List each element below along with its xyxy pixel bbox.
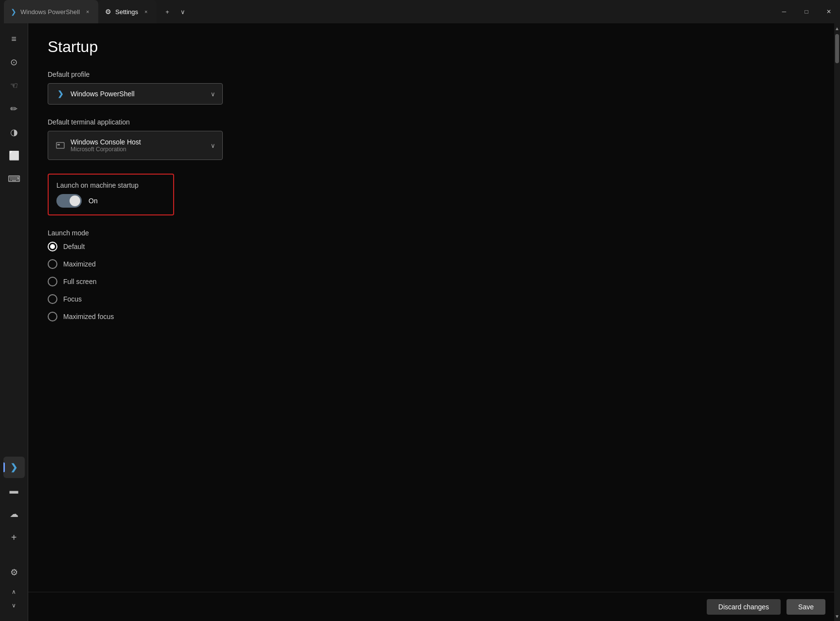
svg-rect-0 [56, 142, 64, 148]
radio-focus-circle [48, 294, 57, 304]
sidebar-item-pane[interactable]: ⬜ [3, 145, 25, 166]
hamburger-icon: ≡ [11, 34, 17, 44]
radio-maximized[interactable]: Maximized [48, 259, 821, 269]
default-profile-value: Windows PowerShell [71, 90, 206, 98]
toggle-row: On [56, 194, 165, 208]
footer: Discard changes Save [28, 592, 840, 621]
toggle-knob [70, 195, 80, 206]
maximize-button[interactable]: □ [795, 0, 818, 23]
chevron-down-icon: ∨ [12, 602, 16, 609]
sidebar-item-powershell[interactable]: ❯ [3, 457, 25, 478]
scrollbar[interactable]: ▲ ▼ [834, 23, 840, 621]
sidebar-menu-icon[interactable]: ≡ [3, 28, 25, 50]
launch-startup-highlight-box: Launch on machine startup On [48, 174, 174, 215]
add-icon: + [11, 532, 17, 543]
sidebar-item-profile[interactable]: ⊙ [3, 52, 25, 73]
default-profile-label: Default profile [48, 71, 821, 78]
chevron-up-icon: ∧ [12, 588, 16, 595]
powershell-dropdown-icon: ❯ [55, 89, 66, 99]
cloud-icon: ☁ [10, 509, 18, 519]
radio-maximized-circle [48, 259, 57, 269]
radio-focus[interactable]: Focus [48, 294, 821, 304]
powershell-sidebar-icon: ❯ [10, 462, 18, 473]
sidebar: ≡ ⊙ ☞ ✏ ◑ ⬜ ⌨ ❯ ▬ ☁ + [0, 23, 28, 621]
launch-startup-label: Launch on machine startup [56, 181, 165, 189]
default-terminal-dropdown[interactable]: Windows Console Host Microsoft Corporati… [48, 131, 223, 160]
color-icon: ◑ [10, 127, 18, 138]
radio-default[interactable]: Default [48, 242, 821, 251]
terminal-dropdown-icon [55, 140, 66, 151]
toggle-label: On [89, 197, 98, 205]
tab-powershell[interactable]: ❯ Windows PowerShell × [4, 0, 98, 23]
powershell-tab-icon: ❯ [11, 8, 17, 16]
default-profile-section: Default profile ❯ Windows PowerShell ∨ [48, 71, 821, 105]
gear-icon: ⚙ [10, 567, 18, 578]
sidebar-item-keyboard[interactable]: ⌨ [3, 168, 25, 190]
close-button[interactable]: ✕ [818, 0, 840, 23]
radio-maximized-label: Maximized [63, 260, 96, 268]
default-terminal-label: Default terminal application [48, 118, 821, 126]
titlebar: ❯ Windows PowerShell × ⚙ Settings × + ∨ … [0, 0, 840, 23]
pane-icon: ⬜ [9, 150, 19, 161]
radio-focus-label: Focus [63, 295, 82, 303]
nav-down-button[interactable]: ∨ [3, 599, 25, 612]
page-title: Startup [48, 38, 821, 56]
default-terminal-section: Default terminal application Windows Con… [48, 118, 821, 160]
save-button[interactable]: Save [786, 599, 825, 615]
radio-maximized-focus[interactable]: Maximized focus [48, 312, 821, 321]
scrollbar-thumb[interactable] [835, 34, 839, 63]
main-content: ▲ ▼ Startup Default profile ❯ Windows Po… [28, 23, 840, 621]
settings-tab-close[interactable]: × [142, 8, 150, 16]
powershell-tab-close[interactable]: × [84, 8, 91, 16]
launch-startup-section: Launch on machine startup On [48, 174, 821, 215]
sidebar-item-appearance[interactable]: ✏ [3, 98, 25, 120]
sidebar-settings[interactable]: ⚙ [3, 562, 25, 583]
settings-content: Startup Default profile ❯ Windows PowerS… [28, 23, 840, 592]
radio-maximized-focus-label: Maximized focus [63, 313, 114, 320]
window-controls: ─ □ ✕ [773, 0, 840, 23]
new-tab-button[interactable]: + [161, 5, 174, 18]
tab-dropdown-button[interactable]: ∨ [176, 5, 190, 18]
sidebar-nav-arrows: ∧ ∨ [3, 585, 25, 616]
profile-icon: ⊙ [10, 57, 18, 68]
settings-tab-label: Settings [115, 8, 138, 16]
radio-default-circle [48, 242, 57, 251]
launch-startup-toggle[interactable] [56, 194, 82, 208]
sidebar-item-interaction[interactable]: ☞ [3, 75, 25, 96]
sidebar-item-cloud[interactable]: ☁ [3, 503, 25, 525]
nav-up-button[interactable]: ∧ [3, 585, 25, 599]
launch-mode-label: Launch mode [48, 229, 821, 237]
app-body: ≡ ⊙ ☞ ✏ ◑ ⬜ ⌨ ❯ ▬ ☁ + [0, 23, 840, 621]
interaction-icon: ☞ [10, 80, 18, 91]
default-terminal-value: Windows Console Host Microsoft Corporati… [71, 138, 206, 153]
launch-mode-radio-group: Default Maximized Full screen Focus [48, 242, 821, 321]
tab-settings[interactable]: ⚙ Settings × [98, 0, 157, 23]
radio-maximized-focus-circle [48, 312, 57, 321]
terminal-dropdown-chevron: ∨ [211, 142, 215, 149]
discard-changes-button[interactable]: Discard changes [707, 599, 781, 615]
launch-mode-section: Launch mode Default Maximized Full scree… [48, 229, 821, 321]
keyboard-icon: ⌨ [8, 174, 20, 184]
sidebar-item-color[interactable]: ◑ [3, 122, 25, 143]
default-profile-dropdown[interactable]: ❯ Windows PowerShell ∨ [48, 83, 223, 105]
profile-dropdown-chevron: ∨ [211, 90, 215, 98]
terminal-icon: ▬ [10, 486, 18, 496]
powershell-tab-label: Windows PowerShell [20, 8, 80, 16]
scroll-down-arrow[interactable]: ▼ [834, 611, 840, 621]
svg-rect-1 [57, 144, 60, 145]
sidebar-item-terminal[interactable]: ▬ [3, 480, 25, 501]
sidebar-add-profile[interactable]: + [3, 527, 25, 548]
minimize-button[interactable]: ─ [773, 0, 795, 23]
radio-default-label: Default [63, 243, 85, 250]
pencil-icon: ✏ [10, 104, 18, 114]
settings-tab-icon: ⚙ [105, 8, 111, 16]
radio-fullscreen[interactable]: Full screen [48, 277, 821, 286]
radio-fullscreen-label: Full screen [63, 278, 96, 285]
radio-fullscreen-circle [48, 277, 57, 286]
scroll-up-arrow[interactable]: ▲ [834, 23, 840, 33]
